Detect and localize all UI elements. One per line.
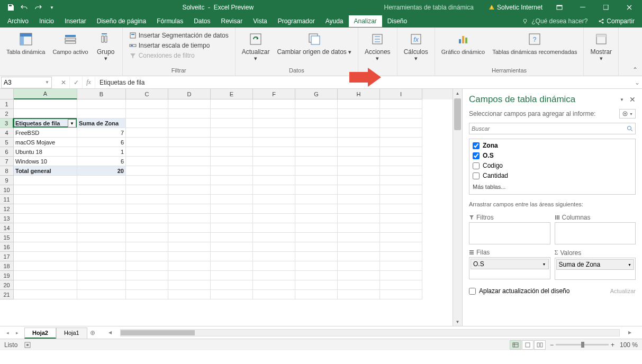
field-search[interactable]: [469, 123, 636, 134]
filter-dropdown-icon[interactable]: ▼: [68, 119, 76, 128]
cell[interactable]: [380, 271, 422, 280]
tab-diseño[interactable]: Diseño: [382, 15, 412, 27]
cell[interactable]: [126, 109, 168, 119]
row-header[interactable]: 1: [0, 99, 14, 109]
cell[interactable]: [14, 185, 77, 195]
cell[interactable]: [14, 214, 77, 223]
cell[interactable]: [126, 271, 168, 280]
cell[interactable]: [126, 195, 168, 204]
activefield-button[interactable]: Campo activo: [49, 30, 91, 65]
cell[interactable]: [295, 157, 338, 166]
cell[interactable]: [77, 185, 126, 195]
pane-close-icon[interactable]: ✕: [629, 95, 636, 104]
cell[interactable]: [253, 128, 295, 138]
cell[interactable]: 6: [77, 157, 126, 166]
group-button[interactable]: Grupo▾: [93, 30, 119, 65]
more-tables-link[interactable]: Más tablas...: [472, 181, 633, 192]
cell[interactable]: [338, 99, 380, 109]
cell[interactable]: [338, 147, 380, 157]
cell[interactable]: [211, 166, 253, 176]
cell[interactable]: [253, 119, 295, 128]
rows-dropzone[interactable]: O.S▼: [469, 257, 550, 279]
cell[interactable]: [77, 99, 126, 109]
field-zona[interactable]: Zona: [472, 141, 633, 150]
cell[interactable]: [14, 233, 77, 242]
cell[interactable]: [168, 99, 211, 109]
cell[interactable]: [14, 195, 77, 204]
cell[interactable]: [126, 185, 168, 195]
row-header[interactable]: 21: [0, 290, 14, 299]
cell[interactable]: [338, 166, 380, 176]
cell[interactable]: [14, 280, 77, 290]
row-header[interactable]: 8: [0, 166, 14, 176]
cell[interactable]: [211, 214, 253, 223]
cell[interactable]: [295, 128, 338, 138]
field-cantidad[interactable]: Cantidad: [472, 171, 633, 180]
row-header[interactable]: 13: [0, 214, 14, 223]
tab-archivo[interactable]: Archivo: [2, 15, 34, 27]
cell[interactable]: [126, 252, 168, 261]
cell[interactable]: 1: [77, 147, 126, 157]
cell[interactable]: [126, 128, 168, 138]
cell[interactable]: [253, 185, 295, 195]
cell[interactable]: [211, 195, 253, 204]
row-header[interactable]: 14: [0, 223, 14, 233]
cell[interactable]: [295, 233, 338, 242]
row-header[interactable]: 20: [0, 280, 14, 290]
cell[interactable]: [253, 261, 295, 271]
zoom-out-icon[interactable]: −: [550, 341, 554, 349]
cell[interactable]: [295, 280, 338, 290]
cell[interactable]: [211, 290, 253, 299]
cell[interactable]: [126, 242, 168, 252]
row-header[interactable]: 5: [0, 138, 14, 147]
column-header[interactable]: I: [380, 89, 422, 99]
tab-analizar[interactable]: Analizar: [349, 15, 382, 27]
cell[interactable]: [380, 138, 422, 147]
cell[interactable]: [253, 290, 295, 299]
cell[interactable]: [126, 290, 168, 299]
cell[interactable]: [253, 166, 295, 176]
cell[interactable]: Total general: [14, 166, 77, 176]
cell[interactable]: [126, 204, 168, 214]
cell[interactable]: [126, 147, 168, 157]
cell[interactable]: [338, 185, 380, 195]
row-header[interactable]: 3: [0, 119, 14, 128]
tab-datos[interactable]: Datos: [188, 15, 215, 27]
ribbon-display-icon[interactable]: [549, 0, 570, 15]
column-header[interactable]: D: [168, 89, 211, 99]
cell[interactable]: [211, 252, 253, 261]
cell[interactable]: [295, 242, 338, 252]
cell[interactable]: [77, 204, 126, 214]
cell[interactable]: [168, 166, 211, 176]
cell[interactable]: [14, 176, 77, 185]
cell[interactable]: [126, 233, 168, 242]
cell[interactable]: [168, 176, 211, 185]
column-header[interactable]: B: [77, 89, 126, 99]
cell[interactable]: [295, 99, 338, 109]
show-button[interactable]: Mostrar▾: [587, 30, 615, 65]
cell[interactable]: [168, 214, 211, 223]
undo-icon[interactable]: [18, 1, 31, 14]
cell[interactable]: [295, 214, 338, 223]
cell[interactable]: macOS Mojave: [14, 138, 77, 147]
user-account[interactable]: Solvetic Internet: [484, 4, 547, 11]
cell[interactable]: [77, 242, 126, 252]
tab-ayuda[interactable]: Ayuda: [320, 15, 349, 27]
cell[interactable]: [168, 147, 211, 157]
cell[interactable]: [211, 119, 253, 128]
cell[interactable]: [211, 176, 253, 185]
row-header[interactable]: 16: [0, 242, 14, 252]
qat-customize-icon[interactable]: ▼: [46, 1, 58, 14]
cell[interactable]: [380, 147, 422, 157]
cell[interactable]: [168, 280, 211, 290]
row-header[interactable]: 15: [0, 233, 14, 242]
cell[interactable]: [77, 252, 126, 261]
cell[interactable]: [338, 271, 380, 280]
hscroll-right-icon[interactable]: ▶: [628, 330, 631, 335]
pivottable-button[interactable]: Tabla dinámica: [3, 30, 48, 65]
cell[interactable]: [211, 109, 253, 119]
cell[interactable]: [295, 271, 338, 280]
tab-fórmulas[interactable]: Fórmulas: [151, 15, 188, 27]
cell[interactable]: [338, 242, 380, 252]
cell[interactable]: [14, 109, 77, 119]
